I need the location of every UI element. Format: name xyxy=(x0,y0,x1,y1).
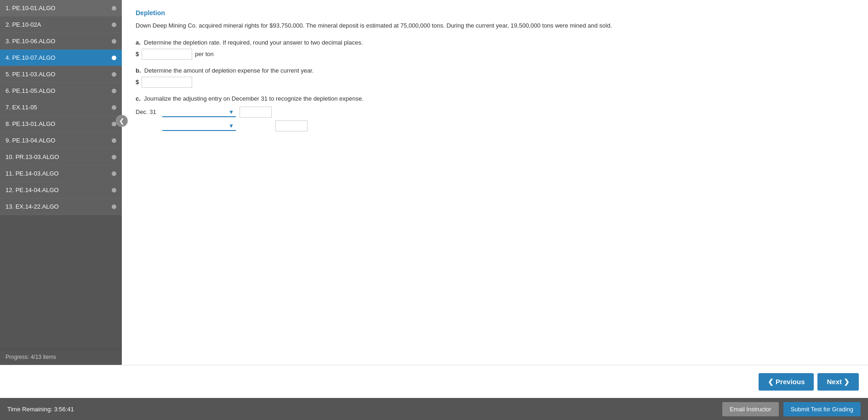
bottom-navigation: ❮ Previous Next ❯ xyxy=(0,365,868,398)
sidebar-item-4[interactable]: 4. PE.10-07.ALGO xyxy=(0,50,122,66)
question-title: Depletion xyxy=(136,9,854,17)
submit-test-button[interactable]: Submit Test for Grading xyxy=(783,402,861,416)
part-c-label: c. Journalize the adjusting entry on Dec… xyxy=(136,95,854,102)
part-b-desc: Determine the amount of depletion expens… xyxy=(144,67,314,74)
per-ton-label: per ton xyxy=(195,51,213,57)
part-a-label: a. Determine the depletion rate. If requ… xyxy=(136,39,854,46)
email-instructor-button[interactable]: Email Instructor xyxy=(722,402,778,416)
journal-table: Dec. 31 ▼ ▼ xyxy=(136,107,854,131)
sidebar-item-1[interactable]: 1. PE.10-01.ALGO xyxy=(0,0,122,17)
sidebar-item-label-12: 12. PE.14-04.ALGO xyxy=(6,187,59,193)
chevron-left-nav-icon: ❮ xyxy=(768,378,774,386)
sidebar-dot-3 xyxy=(112,39,116,44)
footer: Time Remaining: 3:56:41 Email Instructor… xyxy=(0,398,868,420)
chevron-left-icon: ❮ xyxy=(119,117,125,125)
progress-label: Progress: 4/13 items xyxy=(6,354,56,360)
sidebar-item-10[interactable]: 10. PR.13-03.ALGO xyxy=(0,149,122,165)
sidebar-item-label-8: 8. PE.13-01.ALGO xyxy=(6,120,55,127)
collapse-sidebar-button[interactable]: ❮ xyxy=(116,115,128,127)
previous-button[interactable]: ❮ Previous xyxy=(759,373,814,391)
footer-buttons: Email Instructor Submit Test for Grading xyxy=(722,402,861,416)
part-a-input-row: $ per ton xyxy=(136,49,854,60)
sidebar-item-13[interactable]: 13. EX.14-22.ALGO xyxy=(0,199,122,215)
sidebar-dot-5 xyxy=(112,72,116,77)
time-remaining-label: Time Remaining: 3:56:41 xyxy=(7,406,74,413)
sidebar-item-label-13: 13. EX.14-22.ALGO xyxy=(6,203,59,210)
question-content: Depletion Down Deep Mining Co. acquired … xyxy=(122,0,868,365)
sidebar-dot-7 xyxy=(112,105,116,110)
sidebar-item-label-7: 7. EX.11-05 xyxy=(6,104,37,111)
part-a-desc: Determine the depletion rate. If require… xyxy=(144,39,363,46)
journal-debit-1[interactable] xyxy=(240,107,272,118)
sidebar-item-7[interactable]: 7. EX.11-05 xyxy=(0,99,122,116)
sidebar-item-9[interactable]: 9. PE.13-04.ALGO xyxy=(0,132,122,149)
sidebar-item-label-1: 1. PE.10-01.ALGO xyxy=(6,5,55,11)
journal-account-select-1-wrapper: ▼ xyxy=(162,107,236,117)
journal-date: Dec. 31 xyxy=(136,108,159,115)
sidebar-dot-9 xyxy=(112,138,116,143)
part-b-section: b. Determine the amount of depletion exp… xyxy=(136,67,854,88)
sidebar-item-3[interactable]: 3. PE.10-06.ALGO xyxy=(0,33,122,50)
part-c-desc: Journalize the adjusting entry on Decemb… xyxy=(144,95,364,102)
sidebar-dot-2 xyxy=(112,23,116,27)
chevron-right-nav-icon: ❯ xyxy=(844,378,850,386)
sidebar: 1. PE.10-01.ALGO2. PE.10-02A3. PE.10-06.… xyxy=(0,0,122,365)
sidebar-dot-4 xyxy=(112,56,116,60)
sidebar-dot-11 xyxy=(112,171,116,176)
journal-account-select-2-wrapper: ▼ xyxy=(162,120,236,131)
sidebar-item-6[interactable]: 6. PE.11-05.ALGO xyxy=(0,83,122,99)
next-button[interactable]: Next ❯ xyxy=(817,373,859,391)
part-b-input-row: $ xyxy=(136,77,854,88)
sidebar-item-label-4: 4. PE.10-07.ALGO xyxy=(6,54,55,61)
sidebar-dot-12 xyxy=(112,188,116,193)
dollar-sign-a: $ xyxy=(136,51,139,57)
part-a-section: a. Determine the depletion rate. If requ… xyxy=(136,39,854,60)
sidebar-item-label-2: 2. PE.10-02A xyxy=(6,21,41,28)
sidebar-item-8[interactable]: 8. PE.13-01.ALGO xyxy=(0,116,122,132)
dollar-sign-b: $ xyxy=(136,79,139,85)
journal-account-select-2[interactable] xyxy=(162,120,236,131)
question-body: Down Deep Mining Co. acquired mineral ri… xyxy=(136,21,854,31)
sidebar-item-11[interactable]: 11. PE.14-03.ALGO xyxy=(0,165,122,182)
sidebar-item-label-10: 10. PR.13-03.ALGO xyxy=(6,153,59,160)
progress-bar: Progress: 4/13 items xyxy=(0,349,122,365)
journal-row-1: Dec. 31 ▼ xyxy=(136,107,854,118)
sidebar-item-2[interactable]: 2. PE.10-02A xyxy=(0,17,122,33)
journal-row-2: ▼ xyxy=(136,120,854,131)
sidebar-dot-13 xyxy=(112,204,116,209)
journal-account-select-1[interactable] xyxy=(162,107,236,117)
depletion-expense-input[interactable] xyxy=(142,77,192,88)
sidebar-item-12[interactable]: 12. PE.14-04.ALGO xyxy=(0,182,122,199)
sidebar-dot-10 xyxy=(112,155,116,159)
journal-credit-2[interactable] xyxy=(275,120,308,131)
depletion-rate-input[interactable] xyxy=(142,49,192,60)
sidebar-dot-6 xyxy=(112,89,116,93)
sidebar-item-label-5: 5. PE.11-03.ALGO xyxy=(6,71,55,78)
sidebar-item-label-6: 6. PE.11-05.ALGO xyxy=(6,87,55,94)
sidebar-item-5[interactable]: 5. PE.11-03.ALGO xyxy=(0,66,122,83)
sidebar-item-label-11: 11. PE.14-03.ALGO xyxy=(6,170,59,177)
sidebar-item-label-9: 9. PE.13-04.ALGO xyxy=(6,137,55,144)
part-b-label: b. Determine the amount of depletion exp… xyxy=(136,67,854,74)
sidebar-item-label-3: 3. PE.10-06.ALGO xyxy=(6,38,55,45)
part-c-section: c. Journalize the adjusting entry on Dec… xyxy=(136,95,854,131)
sidebar-dot-1 xyxy=(112,6,116,11)
